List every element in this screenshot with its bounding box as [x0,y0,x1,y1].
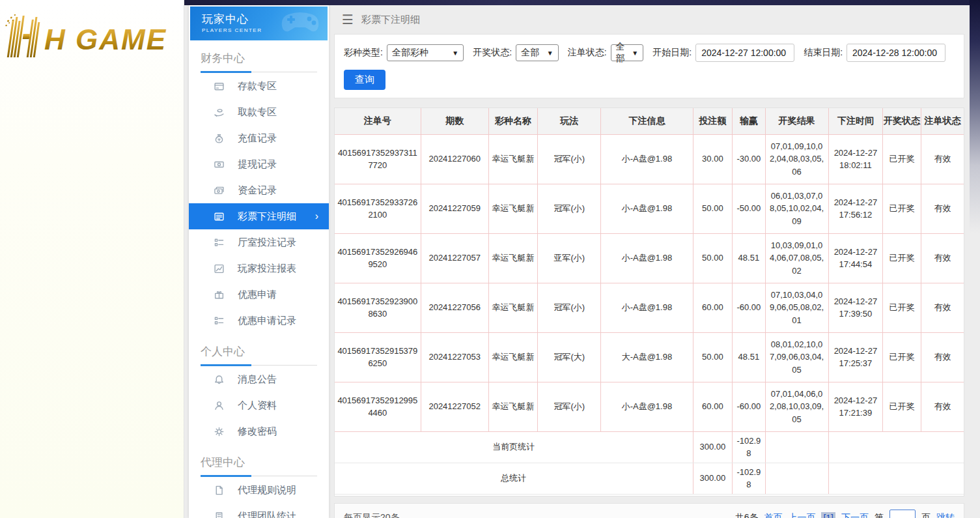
table-row: 40156917352912995446020241227052幸运飞艇新冠军(… [335,382,964,431]
sidebar-item-1-1[interactable]: 个人资料 [189,392,329,418]
sidebar-item-2-1[interactable]: 代理团队统计 [189,503,329,518]
end-date-input[interactable] [847,44,945,62]
gift-icon [214,289,225,300]
summary-winloss-total: -102.98 [733,463,765,494]
jump-link[interactable]: 跳转 [936,512,955,518]
prev-page-link[interactable]: 上一页 [788,512,815,518]
table-cell: 20241227053 [421,332,488,382]
table-cell: -60.00 [733,382,765,431]
next-page-link[interactable]: 下一页 [841,512,869,518]
sidebar-item-0-9[interactable]: 优惠申请记录 [189,308,329,334]
table-cell: 已开奖 [883,283,921,332]
sidebar-item-0-1[interactable]: 取款专区 [189,99,329,125]
order-status-select[interactable]: 全部 ▼ [611,44,644,61]
sidebar-item-label: 代理团队统计 [238,510,296,518]
sidebar-item-0-3[interactable]: 提现记录 [189,151,329,177]
table-cell: 401569173529269469520 [335,233,421,283]
table-cell: 07,01,04,06,02,08,10,03,09,05 [765,382,828,431]
filter-panel: 彩种类型: 全部彩种 ▼ 开奖状态: 全部 ▼ 注单状态: 全部 ▼ 开始日期:… [334,34,964,98]
sidebar-item-0-4[interactable]: 资金记录 [189,177,329,203]
sidebar-item-1-0[interactable]: 消息公告 [189,366,329,392]
table-cell: 30.00 [693,134,733,184]
column-header: 注单状态 [921,108,964,134]
table-cell: 2024-12-27 17:44:54 [828,233,883,283]
table-header-row: 注单号期数彩种名称玩法下注信息投注额输赢开奖结果下注时间开奖状态注单状态 [335,108,964,134]
table-cell: 20241227059 [421,184,488,233]
moneybag-icon [214,133,225,144]
summary-empty-cell [828,431,964,463]
table-cell: 有效 [921,134,964,184]
order-status-value: 全部 [616,41,627,65]
sidebar-section-header: 个人中心 [201,344,317,366]
sidebar-item-label: 玩家投注报表 [238,263,296,275]
sidebar-item-1-2[interactable]: 修改密码 [189,418,329,444]
table-cell: 有效 [921,332,964,382]
gamepad-icon [279,10,321,36]
table-cell: 幸运飞艇新 [488,233,538,283]
start-date-input[interactable] [695,44,794,62]
draw-status-select[interactable]: 全部 ▼ [516,44,559,61]
sidebar-item-0-8[interactable]: 优惠申请 [189,281,329,308]
sidebar-item-0-7[interactable]: 玩家投注报表 [189,255,329,281]
table-cell: 07,10,03,04,09,06,05,08,02,01 [765,283,828,332]
brand-logo-text: H GAME [44,23,167,55]
page-suffix-label: 页 [921,512,931,518]
table-cell: 60.00 [693,283,733,332]
per-page-label: 每页显示20条 [344,512,400,518]
table-cell: 冠军(大) [538,332,601,382]
table-row: 40156917352915379625020241227053幸运飞艇新冠军(… [335,332,964,382]
table-cell: 20241227060 [421,134,488,184]
query-button[interactable]: 查询 [344,70,385,90]
table-cell: 48.51 [733,233,765,283]
sidebar-item-0-6[interactable]: 厅室投注记录 [189,229,329,255]
chevron-right-icon: › [315,210,318,222]
page-number-input[interactable] [889,510,916,518]
sidebar-item-0-5[interactable]: 彩票下注明细› [189,203,329,229]
sidebar-item-0-0[interactable]: 存款专区 [189,73,329,99]
chevron-down-icon: ▼ [452,50,458,57]
sidebar-item-label: 彩票下注明细 [238,210,296,223]
sidebar-section-title: 个人中心 [201,344,317,364]
table-cell: 401569173529129954460 [335,382,421,431]
current-page-badge: [1] [821,512,835,518]
table-cell: 401569173529239008630 [335,283,421,332]
table-cell: -60.00 [733,283,765,332]
hamburger-icon[interactable]: ☰ [342,12,354,27]
sidebar-item-2-0[interactable]: 代理规则说明 [189,477,329,503]
summary-winloss-total: -102.98 [733,431,765,463]
summary-empty-cell [828,463,964,494]
first-page-link[interactable]: 首页 [764,512,782,518]
table-cell: 2024-12-27 17:21:39 [828,382,883,431]
sidebar-item-label: 存款专区 [238,80,277,93]
table-cell: 已开奖 [883,184,921,233]
building-icon [214,511,225,518]
logo-region: H GAME [0,0,184,518]
sidebar-banner: 玩家中心 PLAYERS CENTER [190,7,328,40]
column-header: 下注时间 [828,108,883,134]
sidebar-section-title: 财务中心 [201,51,317,71]
checklist-icon [214,237,225,248]
table-cell: 小-A盘@1.98 [601,382,693,431]
table-cell: 已开奖 [883,233,921,283]
table-cell: 20241227056 [421,283,488,332]
app-frame: 玩家中心 PLAYERS CENTER 财务中心 存款专区 取款专区 充值记录 … [184,0,980,518]
table-cell: 有效 [921,382,964,431]
sidebar-item-label: 厅室投注记录 [238,237,296,249]
draw-status-value: 全部 [521,47,539,59]
sidebar-item-0-2[interactable]: 充值记录 [189,125,329,151]
table-cell: 有效 [921,283,964,332]
table-cell: 401569173529337262100 [335,184,421,233]
document-icon [214,485,225,496]
table-cell: 已开奖 [883,332,921,382]
lottery-type-select[interactable]: 全部彩种 ▼ [387,44,464,61]
table-cell: 小-A盘@1.98 [601,283,693,332]
sidebar-item-label: 资金记录 [238,184,277,197]
table-cell: 有效 [921,184,964,233]
sidebar-item-label: 修改密码 [238,425,277,438]
draw-status-label: 开奖状态: [473,47,512,59]
deposit-card-icon [214,81,225,92]
pagination-bar: 每页显示20条 共6条 首页 上一页 [1] 下一页 第 页 跳转 [334,503,964,518]
table-cell: 2024-12-27 17:39:50 [828,283,883,332]
lottery-type-label: 彩种类型: [344,47,383,59]
chevron-down-icon: ▼ [547,50,553,57]
